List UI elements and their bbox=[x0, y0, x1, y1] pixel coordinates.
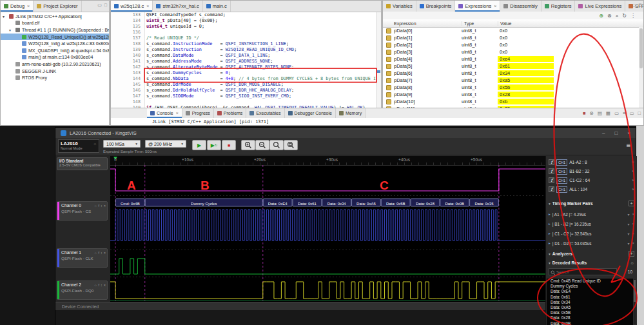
channel-0-block[interactable]: Channel 0 ☼f↕× QSPI-Flash - CS bbox=[57, 201, 108, 221]
maximize-pane-icon[interactable]: □ bbox=[638, 110, 641, 116]
remove-measurement-icon[interactable]: × bbox=[632, 178, 634, 182]
marker-pair-row[interactable]: ▸ | A1 - A2 |= 4.29us ▾× bbox=[549, 210, 634, 218]
view-menu-icon[interactable]: ⋮ bbox=[630, 13, 636, 19]
debug-tree-item[interactable]: board.elf bbox=[1, 20, 109, 27]
debug-tree-item[interactable]: SEGGER J-LINK bbox=[1, 68, 109, 75]
expression-row[interactable]: pData[0]uint8_t0x0 bbox=[383, 27, 639, 34]
expression-row[interactable]: pData[6]uint8_t0x34 bbox=[383, 70, 639, 77]
tree-arrow-icon[interactable]: ▾ bbox=[3, 14, 7, 19]
minimize-pane-icon[interactable]: ▭ bbox=[629, 110, 634, 116]
tree-arrow-icon[interactable]: ▾ bbox=[9, 28, 14, 32]
zoom-fit-button[interactable] bbox=[269, 140, 284, 150]
remove-launch-icon[interactable]: ⊗ bbox=[589, 110, 593, 116]
decoded-result-item[interactable]: Data: 0x61 bbox=[547, 295, 633, 300]
remove-expression-icon[interactable]: ⊗ bbox=[607, 13, 612, 19]
io-standard-selector[interactable]: I/O Standard 2.5~5V CMOS Compatible bbox=[57, 157, 108, 170]
tab-debugger-console[interactable]: Debugger Console bbox=[285, 108, 336, 118]
expression-row[interactable]: pData[1]uint8_t0x0 bbox=[383, 34, 639, 41]
column-type[interactable]: Type bbox=[462, 21, 498, 26]
remove-marker-icon[interactable]: × bbox=[632, 241, 634, 246]
decoded-result-item[interactable]: Dummy Cycles bbox=[547, 284, 633, 289]
measurement-row[interactable]: f CH1 A1-A2 : 8 × bbox=[549, 158, 634, 166]
debug-tree-item[interactable]: arm-none-eabi-gdb (10.2.90.20210621) bbox=[1, 61, 109, 68]
decoded-result-item[interactable]: Data: 0x0B bbox=[547, 321, 633, 325]
remove-all-expressions-icon[interactable]: × bbox=[616, 13, 619, 19]
debug-tree-item[interactable]: ▾JLink [STM32 C/C++ Application] bbox=[1, 13, 109, 20]
close-icon[interactable]: × bbox=[146, 4, 149, 8]
tab-w25q128-c[interactable]: w25q128.c× bbox=[111, 1, 153, 12]
tab-registers[interactable]: Registers bbox=[542, 1, 576, 12]
tab-executables[interactable]: Executables bbox=[246, 108, 284, 118]
frequency-icon[interactable]: f bbox=[99, 204, 100, 208]
stop-capture-button[interactable]: ■ bbox=[222, 140, 236, 150]
channel-close-icon[interactable]: × bbox=[104, 251, 106, 255]
expression-row[interactable]: pData[7]uint8_t0xa5 bbox=[383, 77, 639, 84]
minimize-pane-icon[interactable]: ▭ bbox=[632, 3, 636, 8]
measurement-row[interactable]: f CH1 B1-B2 : 32 × bbox=[549, 167, 634, 175]
tab-expressions[interactable]: Expressions× bbox=[455, 1, 500, 12]
tab-memory[interactable]: Memory bbox=[336, 108, 366, 118]
console-output[interactable]: JLink [STM32 C/C++ Application] [pid: 13… bbox=[111, 118, 643, 125]
close-icon[interactable]: × bbox=[176, 111, 179, 115]
channel-settings-icon[interactable]: ☼ bbox=[93, 283, 97, 287]
zoom-out-button[interactable] bbox=[255, 140, 269, 150]
remove-measurement-icon[interactable]: × bbox=[632, 160, 634, 164]
decoded-search-box[interactable] bbox=[549, 268, 617, 275]
marker-menu-icon[interactable]: ▾ bbox=[627, 212, 629, 217]
frequency-icon[interactable]: f bbox=[99, 251, 100, 255]
close-icon[interactable]: × bbox=[27, 4, 30, 8]
minimize-pane-icon[interactable]: ▭ bbox=[97, 3, 102, 8]
expand-icon[interactable]: ▸ bbox=[549, 241, 551, 245]
channel-close-icon[interactable]: × bbox=[104, 283, 106, 287]
decoded-result-item[interactable]: Data: 0x34 bbox=[547, 300, 633, 305]
zoom-in-button[interactable] bbox=[241, 140, 255, 150]
expression-row[interactable]: pData[9]uint8_t0x28 bbox=[383, 91, 639, 98]
measurement-row[interactable]: f CH1 C1-C2 : 64 × bbox=[549, 176, 634, 184]
decoded-list-scrollbar[interactable] bbox=[634, 279, 636, 324]
open-console-icon[interactable]: ≡ bbox=[623, 110, 625, 116]
debug-tree-item[interactable]: main() at main.c:134 0x803ee04 bbox=[1, 54, 109, 61]
channel-move-icon[interactable]: ↕ bbox=[101, 204, 102, 208]
decoded-result-item[interactable]: Data: 0xA5 bbox=[547, 305, 633, 310]
start-capture-button[interactable]: ▶ bbox=[192, 140, 206, 150]
tab-project-explorer[interactable]: Project Explorer bbox=[34, 1, 81, 12]
terminate-icon[interactable]: ■ bbox=[583, 110, 586, 116]
sample-rate-select[interactable]: @ 200 MHz ▾ bbox=[145, 140, 186, 148]
waveform-area[interactable]: 0+10us+20us+30us+40us+50us Cmd: 0x4BDumm… bbox=[110, 156, 545, 302]
decoded-results-header[interactable]: ▾ Decoded Results ☼ bbox=[549, 259, 634, 266]
column-expression[interactable]: Expression bbox=[383, 21, 462, 26]
scroll-lock-icon[interactable]: ▦ bbox=[606, 110, 610, 116]
minimize-window-icon[interactable]: – bbox=[602, 130, 605, 136]
channel-2-block[interactable]: Channel 2 ☼f↕× QSPI-Flash - DQ0 bbox=[57, 281, 108, 300]
decoded-result-item[interactable]: Data: 0xE4 bbox=[547, 289, 633, 294]
timing-marker-pairs-header[interactable]: ▾ Timing Marker Pairs + bbox=[549, 200, 634, 207]
tab-disassembly[interactable]: Disassembly bbox=[500, 1, 542, 12]
channel-move-icon[interactable]: ↕ bbox=[101, 283, 102, 287]
debug-tree-item[interactable]: W25Q128_Init() at w25q128.c:83 0x800dfca bbox=[1, 40, 109, 47]
remove-measurement-icon[interactable]: × bbox=[632, 169, 634, 173]
repeat-capture-button[interactable]: ▶↻ bbox=[207, 140, 221, 150]
decoded-results-settings-icon[interactable]: ☼ bbox=[630, 261, 634, 265]
refresh-expressions-icon[interactable]: ↻ bbox=[622, 13, 627, 19]
tab-live-expressions[interactable]: Live Expressions bbox=[575, 1, 625, 12]
remove-marker-icon[interactable]: × bbox=[632, 212, 634, 217]
analyzers-header[interactable]: ▾ Analyzers + bbox=[549, 250, 634, 257]
add-analyzer-icon[interactable]: + bbox=[629, 251, 634, 257]
debug-tree-item[interactable]: RTOS Proxy bbox=[1, 74, 109, 81]
expression-row[interactable]: pData[10]uint8_t0xb bbox=[383, 98, 639, 105]
debug-tree-item[interactable]: ▾Thread #1 1 (1 RUNNING) (Suspended : Br… bbox=[1, 26, 109, 34]
decoded-result-item[interactable]: Data: 0x28 bbox=[547, 315, 633, 320]
clear-console-icon[interactable]: ▤ bbox=[598, 110, 602, 116]
tab-main-c[interactable]: main.c bbox=[203, 1, 231, 12]
marker-menu-icon[interactable]: ▾ bbox=[627, 231, 629, 236]
channel-close-icon[interactable]: × bbox=[104, 204, 106, 208]
expand-icon[interactable]: ▸ bbox=[549, 231, 551, 235]
device-button[interactable]: LA2016 ☼ Normal Mode bbox=[58, 139, 99, 153]
expression-row[interactable]: pData[3]uint8_t0x0 bbox=[383, 48, 639, 55]
zoom-window-button[interactable] bbox=[284, 140, 298, 150]
expression-row[interactable]: pData[4]uint8_t0xe4 bbox=[383, 55, 639, 63]
close-window-icon[interactable]: × bbox=[627, 130, 630, 136]
device-settings-icon[interactable]: ☼ bbox=[93, 142, 97, 146]
maximize-pane-icon[interactable]: □ bbox=[639, 3, 641, 8]
decoded-result-item[interactable]: Cmd: 0x4B Read Unique ID bbox=[547, 279, 633, 284]
